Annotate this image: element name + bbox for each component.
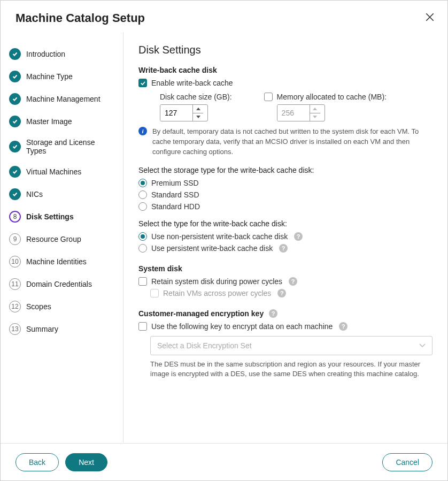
radio-label: Standard SSD	[151, 190, 199, 199]
help-icon[interactable]: ?	[269, 309, 277, 318]
enable-wbc-checkbox[interactable]	[138, 79, 147, 87]
radio-label: Premium SSD	[151, 179, 199, 187]
wbc-section-title: Write-back cache disk	[138, 66, 432, 74]
wizard-step-8[interactable]: 8Disk Settings	[9, 205, 114, 228]
step-completed-icon	[9, 48, 21, 60]
step-number-indicator: 9	[9, 233, 21, 245]
radio-label: Standard HDD	[151, 202, 200, 211]
use-cmek-checkbox[interactable]	[138, 322, 147, 331]
radio-button[interactable]	[138, 244, 147, 253]
disk-cache-decrement[interactable]	[193, 113, 203, 121]
mem-cache-input	[277, 105, 310, 121]
radio-button[interactable]	[138, 202, 147, 211]
retain-system-disk-checkbox[interactable]	[138, 277, 147, 286]
retain-system-disk-label: Retain system disk during power cycles	[151, 277, 282, 286]
chevron-up-icon	[313, 108, 317, 110]
help-icon[interactable]: ?	[339, 322, 347, 331]
des-placeholder: Select a Disk Encryption Set	[157, 341, 252, 350]
disk-type-option-1[interactable]: Use persistent write-back cache disk?	[138, 244, 432, 253]
wizard-step-label: Master Image	[26, 117, 72, 126]
help-icon[interactable]: ?	[294, 232, 303, 241]
wizard-step-label: Machine Identities	[26, 257, 87, 266]
disk-cache-size-stepper[interactable]	[160, 104, 208, 121]
wizard-step-6[interactable]: Virtual Machines	[9, 161, 114, 183]
wbc-info-text: By default, temporary data is not cached…	[152, 127, 432, 157]
disk-cache-size-label: Disk cache size (GB):	[160, 93, 232, 101]
storage-type-option-0[interactable]: Premium SSD	[138, 179, 432, 187]
close-icon	[425, 12, 435, 22]
chevron-down-icon	[196, 116, 200, 118]
wizard-step-label: Machine Management	[26, 95, 101, 103]
dialog-title: Machine Catalog Setup	[16, 11, 145, 25]
step-completed-icon	[9, 188, 21, 200]
step-completed-icon	[9, 116, 21, 127]
chevron-down-icon	[419, 343, 426, 348]
wizard-step-13[interactable]: 13Summary	[9, 318, 114, 340]
info-icon: i	[138, 127, 147, 135]
mem-cache-checkbox[interactable]	[264, 93, 273, 101]
retain-vms-label: Retain VMs across power cycles	[163, 289, 271, 297]
step-completed-icon	[9, 166, 21, 178]
disk-encryption-set-select: Select a Disk Encryption Set	[150, 336, 432, 355]
help-icon[interactable]: ?	[279, 244, 288, 253]
mem-cache-decrement	[310, 113, 320, 121]
disk-type-option-0[interactable]: Use non-persistent write-back cache disk…	[138, 232, 432, 241]
wizard-step-1[interactable]: Introduction	[9, 43, 114, 65]
disk-type-prompt: Select the type for the write-back cache…	[138, 219, 432, 228]
step-completed-icon	[9, 71, 21, 82]
storage-type-option-2[interactable]: Standard HDD	[138, 202, 432, 211]
radio-button[interactable]	[138, 179, 147, 187]
close-button[interactable]	[423, 10, 437, 26]
page-title: Disk Settings	[138, 44, 432, 56]
step-number-indicator: 11	[9, 278, 21, 290]
help-icon[interactable]: ?	[289, 277, 297, 286]
wizard-step-5[interactable]: Storage and License Types	[9, 133, 114, 161]
radio-label: Use persistent write-back cache disk	[151, 244, 273, 253]
step-number-indicator: 12	[9, 301, 21, 312]
mem-cache-increment	[310, 105, 320, 113]
storage-type-prompt: Select the storage type for the write-ba…	[138, 166, 432, 174]
radio-button[interactable]	[138, 190, 147, 199]
step-completed-icon	[9, 93, 21, 105]
step-number-indicator: 10	[9, 256, 21, 268]
wizard-steps-sidebar: IntroductionMachine TypeMachine Manageme…	[1, 32, 123, 442]
radio-button[interactable]	[138, 232, 147, 241]
wizard-step-label: Storage and License Types	[26, 138, 114, 155]
wizard-step-12[interactable]: 12Scopes	[9, 295, 114, 318]
wizard-step-10[interactable]: 10Machine Identities	[9, 250, 114, 273]
wizard-step-2[interactable]: Machine Type	[9, 65, 114, 88]
wizard-step-label: Introduction	[26, 50, 65, 58]
step-completed-icon	[9, 141, 21, 152]
mem-cache-label: Memory allocated to cache (MB):	[277, 93, 387, 101]
main-panel: Disk Settings Write-back cache disk Enab…	[123, 32, 447, 442]
step-number-indicator: 8	[9, 211, 21, 223]
back-button[interactable]: Back	[16, 453, 59, 471]
step-number-indicator: 13	[9, 323, 21, 335]
wizard-step-4[interactable]: Master Image	[9, 110, 114, 133]
next-button[interactable]: Next	[65, 453, 107, 471]
radio-label: Use non-persistent write-back cache disk	[151, 232, 288, 241]
storage-type-option-1[interactable]: Standard SSD	[138, 190, 432, 199]
wizard-step-9[interactable]: 9Resource Group	[9, 228, 114, 250]
help-icon[interactable]: ?	[277, 289, 286, 297]
cancel-button[interactable]: Cancel	[382, 453, 432, 471]
cmek-section-title: Customer-managed encryption key	[138, 309, 264, 318]
system-disk-section-title: System disk	[138, 264, 432, 273]
check-icon	[140, 80, 146, 86]
mem-cache-stepper	[277, 104, 325, 121]
wizard-step-11[interactable]: 11Domain Credentials	[9, 273, 114, 295]
wizard-step-label: Summary	[26, 325, 58, 333]
wizard-step-7[interactable]: NICs	[9, 183, 114, 205]
wizard-step-label: Resource Group	[26, 235, 81, 243]
chevron-up-icon	[196, 108, 200, 110]
enable-wbc-label: Enable write-back cache	[151, 79, 233, 87]
use-cmek-label: Use the following key to encrypt data on…	[151, 322, 333, 331]
wizard-step-3[interactable]: Machine Management	[9, 88, 114, 110]
wizard-step-label: Disk Settings	[26, 212, 74, 221]
disk-cache-size-input[interactable]	[160, 105, 192, 121]
wizard-step-label: Domain Credentials	[26, 280, 92, 288]
retain-vms-checkbox	[150, 289, 159, 297]
wizard-step-label: NICs	[26, 190, 43, 198]
disk-cache-increment[interactable]	[193, 105, 203, 113]
wizard-step-label: Virtual Machines	[26, 167, 81, 176]
